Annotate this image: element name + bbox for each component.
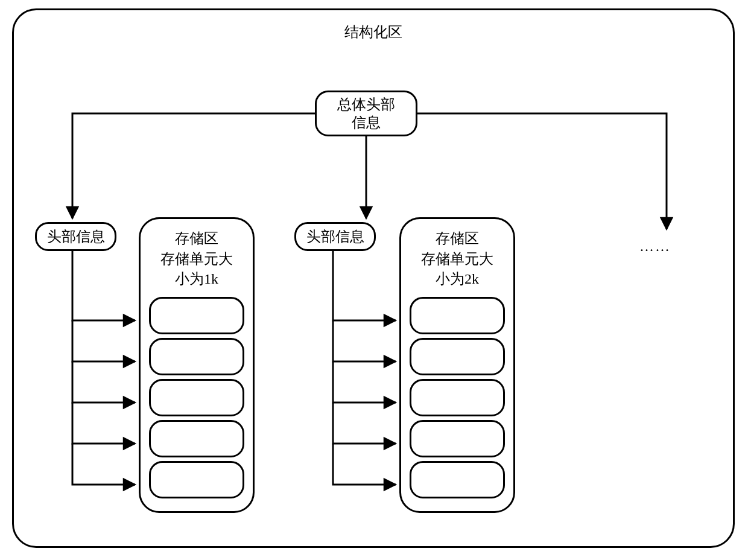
- group2-storage-label: 存储区存储单元大小为2k: [410, 229, 505, 290]
- storage-unit: [410, 461, 505, 498]
- master-header-label: 总体头部信息: [337, 95, 395, 132]
- storage-unit: [149, 338, 244, 375]
- outer-container: 结构化区: [12, 8, 735, 548]
- group1-header-node: 头部信息: [35, 222, 116, 251]
- group2-header-node: 头部信息: [294, 222, 376, 251]
- group2-header-label: 头部信息: [306, 228, 364, 246]
- storage-unit: [149, 379, 244, 416]
- storage-unit: [149, 420, 244, 457]
- storage-unit: [149, 461, 244, 498]
- storage-unit: [410, 338, 505, 375]
- group1-storage-label: 存储区存储单元大小为1k: [149, 229, 244, 290]
- storage-unit: [410, 379, 505, 416]
- group1-storage-column: 存储区存储单元大小为1k: [139, 217, 255, 513]
- group2-storage-column: 存储区存储单元大小为2k: [399, 217, 515, 513]
- group1-header-label: 头部信息: [47, 228, 105, 246]
- storage-unit: [410, 420, 505, 457]
- storage-unit: [149, 297, 244, 334]
- diagram-title: 结构化区: [14, 22, 733, 42]
- ellipsis: ……: [639, 238, 671, 255]
- storage-unit: [410, 297, 505, 334]
- master-header-node: 总体头部信息: [315, 91, 417, 136]
